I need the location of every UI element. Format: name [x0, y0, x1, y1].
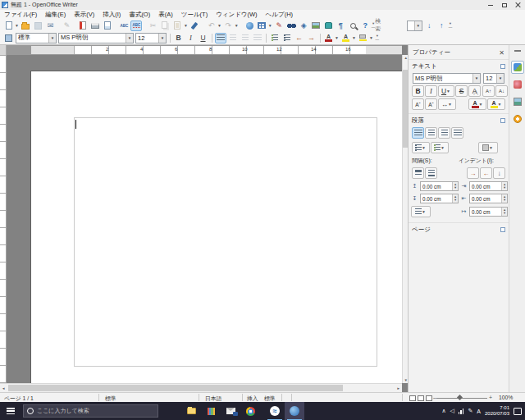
horizontal-ruler[interactable]: 2 4 6 8 10 12 14 16 — [7, 45, 402, 55]
menu-file[interactable]: ファイル(F) — [0, 10, 41, 20]
increase-spacing-icon[interactable] — [412, 167, 424, 179]
file-explorer-icon[interactable] — [181, 402, 201, 420]
sidebar-strikethrough-icon[interactable]: S — [455, 85, 468, 97]
sidebar-align-center-icon[interactable] — [425, 127, 437, 139]
sidebar-align-left-icon[interactable] — [412, 127, 424, 139]
horizontal-scrollbar-thumb[interactable] — [8, 385, 343, 391]
single-page-view-icon[interactable] — [409, 395, 416, 401]
find-dropdown-icon[interactable]: ▼ — [414, 21, 422, 30]
chevron-down-icon[interactable]: ▼ — [126, 34, 133, 43]
openoffice-icon[interactable]: ≈ — [265, 402, 285, 420]
menu-format[interactable]: 書式(O) — [125, 10, 154, 20]
align-justify-icon[interactable] — [252, 33, 263, 43]
align-center-icon[interactable] — [227, 33, 239, 43]
chevron-down-icon[interactable]: ▼ — [158, 34, 166, 43]
font-name-combo[interactable]: MS P明朝▼ — [58, 33, 134, 43]
sidebar-font-color-icon[interactable]: A▼ — [468, 98, 486, 110]
sidebar-bullet-list-icon[interactable]: ▼ — [412, 142, 430, 153]
ime-mode-indicator[interactable]: A — [477, 409, 481, 414]
increase-indent-icon[interactable]: → — [306, 33, 317, 43]
decrease-spacing-icon[interactable] — [425, 167, 437, 179]
vertical-scrollbar[interactable]: ▲ ▼ — [402, 55, 408, 383]
auto-spellcheck-icon[interactable]: ABC — [130, 21, 142, 31]
decrease-font-icon[interactable]: A↓ — [495, 85, 508, 97]
menu-window[interactable]: ウィンドウ(W) — [212, 10, 261, 20]
vertical-ruler[interactable] — [0, 55, 7, 383]
sidebar-numbered-list-icon[interactable]: ▼ — [431, 142, 449, 153]
find-replace-icon[interactable] — [285, 21, 297, 31]
close-button[interactable] — [511, 0, 525, 10]
tab-gallery[interactable] — [511, 95, 524, 108]
sidebar-increase-indent-icon[interactable]: → — [467, 167, 479, 179]
sidebar-italic-icon[interactable]: I — [425, 85, 437, 97]
styles-window-icon[interactable] — [3, 33, 15, 43]
action-center-icon[interactable] — [514, 408, 522, 415]
sidebar-bold-icon[interactable]: B — [412, 85, 424, 97]
hyperlink-icon[interactable] — [244, 21, 255, 31]
spinner-icon[interactable]: ▲▼ — [501, 182, 507, 190]
highlighting-icon[interactable]: A — [340, 33, 351, 43]
chevron-down-icon[interactable]: ▼ — [48, 34, 56, 43]
help-icon[interactable]: ? — [359, 21, 371, 31]
hanging-indent-icon[interactable]: ↓ — [493, 167, 505, 179]
navigator-icon[interactable]: ◈ — [298, 21, 309, 31]
save-icon[interactable] — [32, 21, 43, 31]
zoom-icon[interactable] — [347, 21, 358, 31]
export-pdf-icon[interactable] — [77, 21, 89, 31]
document-page[interactable] — [31, 71, 402, 383]
menu-help[interactable]: ヘルプ(H) — [262, 10, 297, 20]
sidebar-align-right-icon[interactable] — [438, 127, 450, 139]
maximize-button[interactable] — [497, 0, 511, 10]
indent-before-field[interactable]: 0.00 cm▲▼ — [469, 181, 508, 191]
new-document-icon[interactable] — [3, 21, 15, 31]
align-right-icon[interactable] — [240, 33, 251, 43]
chevron-down-icon[interactable]: ▼ — [496, 74, 504, 83]
align-left-icon[interactable] — [215, 33, 226, 43]
menu-tools[interactable]: ツール(T) — [177, 10, 212, 20]
tab-styles[interactable] — [511, 78, 524, 91]
background-color-icon[interactable] — [357, 33, 368, 43]
sidebar-settings-icon[interactable] — [514, 50, 521, 52]
horizontal-scrollbar[interactable]: ◄ ► — [0, 383, 402, 392]
superscript-icon[interactable]: Aˆ — [412, 98, 424, 110]
menu-edit[interactable]: 編集(E) — [41, 10, 70, 20]
cut-icon[interactable]: ✂ — [147, 21, 158, 31]
numbered-list-icon[interactable] — [269, 33, 281, 43]
sidebar-close-icon[interactable]: ✕ — [499, 49, 504, 57]
draw-functions-icon[interactable]: ✎ — [273, 21, 285, 31]
font-size-combo[interactable]: 12▼ — [135, 33, 167, 43]
microsoft-store-icon[interactable] — [201, 402, 221, 420]
spinner-icon[interactable]: ▲▼ — [501, 208, 507, 216]
open-icon[interactable] — [20, 21, 31, 31]
sidebar-font-size-combo[interactable]: 12▼ — [483, 73, 504, 84]
subscript-icon[interactable]: Aˇ — [425, 98, 437, 110]
redo-icon[interactable]: ↷ — [222, 21, 234, 31]
tab-navigator[interactable] — [511, 112, 524, 126]
start-button[interactable] — [0, 402, 21, 420]
minimize-button[interactable] — [483, 0, 497, 10]
sidebar-shadow-icon[interactable]: A — [468, 85, 481, 97]
mail-icon[interactable] — [221, 402, 240, 420]
email-document-icon[interactable]: ✉ — [44, 21, 56, 31]
sidebar-background-color-icon[interactable]: ▼ — [478, 142, 498, 153]
spinner-icon[interactable]: ▲▼ — [452, 182, 458, 190]
first-line-indent-field[interactable]: 0.00 cm▲▼ — [469, 207, 508, 217]
taskbar-search[interactable]: ここに入力して検索 — [23, 404, 158, 418]
zoom-slider-thumb[interactable] — [457, 395, 463, 400]
zoom-out-icon[interactable]: – — [433, 395, 436, 400]
sidebar-underline-icon[interactable]: U▼ — [438, 85, 454, 97]
paragraph-section-dialog-icon[interactable] — [500, 118, 505, 123]
zoom-in-icon[interactable]: + — [489, 395, 492, 400]
format-paintbrush-icon[interactable] — [189, 21, 200, 31]
taskbar-clock[interactable]: 7:01 2020/07/03 — [485, 405, 509, 417]
italic-icon[interactable]: I — [185, 33, 197, 43]
increase-font-icon[interactable]: A↑ — [482, 85, 495, 97]
chevron-down-icon[interactable]: ▼ — [472, 74, 480, 83]
toolbar-overflow-icon[interactable]: ▾— — [374, 34, 381, 42]
above-spacing-field[interactable]: 0.00 cm▲▼ — [420, 181, 459, 191]
page-preview-icon[interactable] — [102, 21, 113, 31]
openoffice-writer-window-button[interactable] — [285, 402, 304, 420]
formatting-marks-icon[interactable]: ¶ — [335, 21, 346, 31]
speaker-icon[interactable]: ◁ — [450, 408, 454, 414]
character-spacing-icon[interactable]: ↔▼ — [438, 98, 456, 110]
